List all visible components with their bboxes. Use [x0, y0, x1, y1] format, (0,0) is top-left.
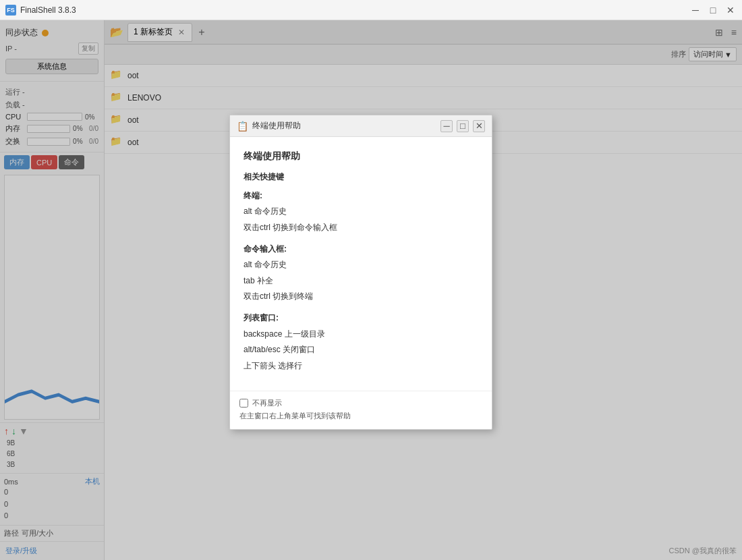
footer-note: 在主窗口右上角菜单可找到该帮助 [239, 411, 482, 421]
modal-footer: 不再显示 在主窗口右上角菜单可找到该帮助 [230, 391, 492, 429]
help-modal: 📋 终端使用帮助 ─ □ ✕ 终端使用帮助 相关快捷键 终端: alt 命令历史… [229, 115, 492, 430]
cmd-section-title: 命令输入框: [244, 242, 478, 257]
list-shortcut-1: backspace 上一级目录 [244, 327, 478, 342]
window-controls: ─ □ ✕ [689, 4, 737, 16]
minimize-button[interactable]: ─ [689, 4, 702, 16]
modal-content: 终端使用帮助 相关快捷键 终端: alt 命令历史 双击ctrl 切换到命令输入… [230, 137, 492, 391]
modal-title-bar: 📋 终端使用帮助 ─ □ ✕ [230, 115, 492, 137]
list-section-title: 列表窗口: [244, 311, 478, 326]
modal-overlay: 📋 终端使用帮助 ─ □ ✕ 终端使用帮助 相关快捷键 终端: alt 命令历史… [0, 20, 742, 560]
app-icon: FS [5, 5, 16, 16]
modal-maximize-button[interactable]: □ [457, 120, 469, 132]
no-show-checkbox[interactable] [239, 399, 248, 408]
list-shortcut-2: alt/tab/esc 关闭窗口 [244, 343, 478, 358]
modal-shortcuts-heading: 相关快捷键 [244, 170, 478, 185]
no-show-row: 不再显示 [239, 398, 482, 408]
list-section: 列表窗口: backspace 上一级目录 alt/tab/esc 关闭窗口 上… [244, 311, 478, 373]
terminal-shortcut-1: alt 命令历史 [244, 204, 478, 219]
terminal-section: 终端: alt 命令历史 双击ctrl 切换到命令输入框 [244, 189, 478, 235]
cmd-shortcut-1: alt 命令历史 [244, 258, 478, 273]
cmd-shortcut-2: tab 补全 [244, 274, 478, 289]
modal-close-button[interactable]: ✕ [473, 120, 485, 132]
title-bar: FS FinalShell 3.8.3 ─ □ ✕ [0, 0, 742, 20]
cmd-section: 命令输入框: alt 命令历史 tab 补全 双击ctrl 切换到终端 [244, 242, 478, 304]
terminal-section-title: 终端: [244, 189, 478, 204]
modal-heading: 终端使用帮助 [244, 148, 478, 165]
title-left: FS FinalShell 3.8.3 [5, 5, 76, 16]
modal-title-text: 终端使用帮助 [252, 120, 436, 132]
cmd-shortcut-3: 双击ctrl 切换到终端 [244, 289, 478, 304]
modal-title-icon: 📋 [237, 121, 248, 132]
modal-minimize-button[interactable]: ─ [440, 120, 453, 132]
terminal-shortcut-2: 双击ctrl 切换到命令输入框 [244, 221, 478, 235]
close-button[interactable]: ✕ [724, 4, 737, 16]
list-shortcut-3: 上下箭头 选择行 [244, 359, 478, 374]
app-title: FinalShell 3.8.3 [20, 5, 76, 15]
no-show-label: 不再显示 [252, 398, 282, 408]
maximize-button[interactable]: □ [707, 4, 719, 16]
